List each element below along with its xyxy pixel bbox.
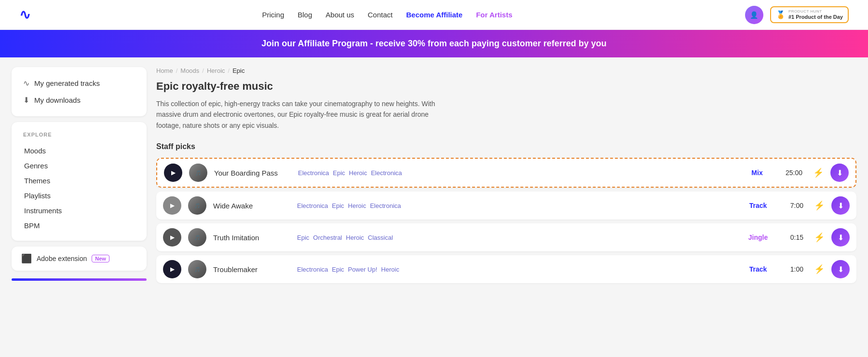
sidebar-item-playlists[interactable]: Playlists (21, 188, 137, 203)
explore-label: EXPLORE (21, 130, 137, 139)
sidebar-item-my-downloads[interactable]: ⬇ My downloads (21, 92, 137, 109)
track-thumbnail: 🎵 (189, 164, 207, 182)
explore-card: EXPLORE Moods Genres Themes Playlists In… (12, 122, 147, 241)
page-title: Epic royalty-free music (156, 80, 856, 93)
lightning-button[interactable]: ⚡ (809, 164, 827, 182)
sidebar-item-genres[interactable]: Genres (21, 158, 137, 173)
breadcrumb-home[interactable]: Home (156, 67, 173, 74)
main-nav: Pricing Blog About us Contact Become Aff… (262, 11, 512, 19)
download-button[interactable]: ⬇ (831, 228, 850, 247)
nav-contact[interactable]: Contact (368, 11, 393, 19)
track-actions: ⚡ ⬇ (810, 196, 850, 215)
track-duration: 0:15 (779, 233, 803, 241)
nav-about[interactable]: About us (326, 11, 354, 19)
track-tag[interactable]: Power Up! (348, 266, 378, 273)
adobe-extension-card[interactable]: ⬛ Adobe extension New (12, 247, 147, 271)
sidebar-item-themes[interactable]: Themes (21, 173, 137, 188)
lightning-button[interactable]: ⚡ (810, 228, 828, 247)
track-tag[interactable]: Epic (332, 266, 344, 273)
track-tag[interactable]: Electronica (370, 202, 401, 209)
track-tag[interactable]: Electronica (297, 266, 328, 273)
track-tag[interactable]: Classical (368, 234, 393, 241)
breadcrumb-moods[interactable]: Moods (180, 67, 199, 74)
lightning-button[interactable]: ⚡ (810, 196, 828, 215)
sidebar-item-bpm[interactable]: BPM (21, 218, 137, 233)
nav-pricing[interactable]: Pricing (262, 11, 284, 19)
track-duration: 25:00 (778, 169, 802, 177)
logo-area: ∿ (19, 7, 29, 23)
track-tag[interactable]: Orchestral (313, 234, 342, 241)
track-thumbnail: 🎵 (188, 260, 206, 278)
track-thumbnail: 🎵 (188, 196, 206, 215)
wave-icon: ∿ (23, 79, 29, 88)
track-tag[interactable]: Epic (333, 169, 345, 177)
avatar[interactable]: 👤 (745, 6, 763, 24)
track-actions: ⚡ ⬇ (810, 260, 850, 278)
nav-affiliate[interactable]: Become Affiliate (406, 11, 462, 19)
header-right: 👤 🏅 PRODUCT HUNT #1 Product of the Day (745, 6, 849, 24)
track-tags: ElectronicaEpicPower Up!Heroic (297, 266, 737, 273)
adobe-extension-label: Adobe extension (37, 255, 87, 262)
logo-icon[interactable]: ∿ (19, 7, 29, 23)
medal-icon: 🏅 (776, 10, 786, 19)
track-tag[interactable]: Heroic (348, 202, 366, 209)
track-row: ▶ 🎵 Your Boarding Pass ElectronicaEpicHe… (156, 158, 856, 188)
breadcrumb-sep-1: / (176, 67, 178, 74)
my-tracks-label: My generated tracks (34, 79, 100, 87)
track-name: Truth Imitation (213, 233, 290, 242)
user-tracks-card: ∿ My generated tracks ⬇ My downloads (12, 67, 147, 116)
track-tag[interactable]: Heroic (346, 234, 364, 241)
sidebar-item-moods[interactable]: Moods (21, 143, 137, 158)
breadcrumb-sep-3: / (228, 67, 230, 74)
track-tag[interactable]: Heroic (349, 169, 367, 177)
adobe-icon: ⬛ (21, 253, 32, 264)
track-name: Your Boarding Pass (214, 169, 291, 177)
track-tag[interactable]: Epic (332, 202, 344, 209)
track-tags: ElectronicaEpicHeroicElectronica (298, 169, 736, 177)
download-button[interactable]: ⬇ (831, 260, 850, 278)
ph-text: PRODUCT HUNT #1 Product of the Day (788, 9, 843, 20)
track-actions: ⚡ ⬇ (810, 228, 850, 247)
track-name: Troublemaker (213, 265, 290, 274)
breadcrumb-sep-2: / (202, 67, 204, 74)
sidebar-item-instruments[interactable]: Instruments (21, 203, 137, 218)
track-tag[interactable]: Epic (297, 234, 309, 241)
lightning-button[interactable]: ⚡ (810, 260, 828, 278)
track-type: Track (744, 265, 773, 273)
main-layout: ∿ My generated tracks ⬇ My downloads EXP… (0, 57, 868, 297)
play-button[interactable]: ▶ (163, 228, 181, 247)
track-tag[interactable]: Electronica (297, 202, 328, 209)
track-tag[interactable]: Electronica (371, 169, 402, 177)
ph-title: #1 Product of the Day (788, 14, 843, 20)
download-button[interactable]: ⬇ (831, 196, 850, 215)
track-row: ▶ 🎵 Troublemaker ElectronicaEpicPower Up… (156, 255, 856, 283)
nav-blog[interactable]: Blog (298, 11, 312, 19)
track-tag[interactable]: Heroic (381, 266, 399, 273)
header: ∿ Pricing Blog About us Contact Become A… (0, 0, 868, 30)
play-button[interactable]: ▶ (163, 196, 181, 215)
staff-picks-label: Staff picks (156, 142, 856, 151)
track-tags: EpicOrchestralHeroicClassical (297, 234, 737, 241)
track-row: ▶ 🎵 Truth Imitation EpicOrchestralHeroic… (156, 223, 856, 251)
purple-progress-bar (12, 278, 147, 281)
affiliate-banner[interactable]: Join our Affiliate Program - receive 30%… (0, 30, 868, 57)
content-area: Home / Moods / Heroic / Epic Epic royalt… (156, 67, 856, 287)
product-hunt-badge[interactable]: 🏅 PRODUCT HUNT #1 Product of the Day (770, 6, 849, 23)
track-thumbnail: 🎵 (188, 228, 206, 247)
download-icon: ⬇ (23, 96, 29, 105)
breadcrumb-epic: Epic (232, 67, 244, 74)
track-type: Mix (743, 169, 772, 177)
page-description: This collection of epic, high-energy tra… (156, 98, 446, 131)
track-type: Jingle (744, 233, 773, 241)
sidebar-item-my-tracks[interactable]: ∿ My generated tracks (21, 75, 137, 92)
nav-artists[interactable]: For Artists (476, 11, 512, 19)
banner-text: Join our Affiliate Program - receive 30%… (261, 39, 607, 48)
track-type: Track (744, 202, 773, 209)
download-button[interactable]: ⬇ (830, 164, 849, 182)
play-button[interactable]: ▶ (164, 164, 182, 182)
breadcrumb-heroic[interactable]: Heroic (207, 67, 225, 74)
tracks-container: ▶ 🎵 Your Boarding Pass ElectronicaEpicHe… (156, 158, 856, 283)
track-tag[interactable]: Electronica (298, 169, 329, 177)
play-button[interactable]: ▶ (163, 260, 181, 278)
my-downloads-label: My downloads (34, 96, 81, 104)
